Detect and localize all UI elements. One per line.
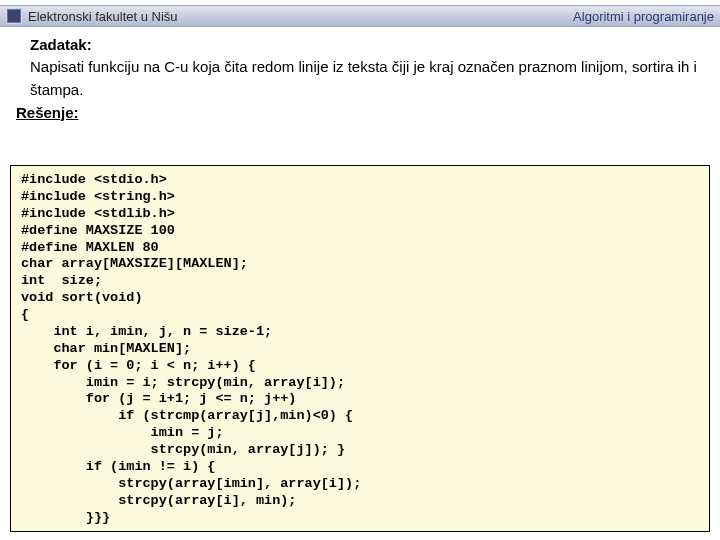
slide: Elektronski fakultet u Nišu Algoritmi i … [0, 0, 720, 540]
header-left: Elektronski fakultet u Nišu [6, 8, 178, 24]
task-body: Napisati funkciju na C-u koja čita redom… [30, 55, 708, 102]
header-bar: Elektronski fakultet u Nišu Algoritmi i … [0, 5, 720, 27]
content-area: Zadatak: Napisati funkciju na C-u koja č… [30, 34, 708, 125]
solution-title: Rešenje: [16, 104, 708, 121]
course-name: Algoritmi i programiranje [573, 9, 714, 24]
institution-name: Elektronski fakultet u Nišu [28, 9, 178, 24]
code-text: #include <stdio.h> #include <string.h> #… [21, 172, 699, 526]
code-block: #include <stdio.h> #include <string.h> #… [10, 165, 710, 532]
logo-box-icon [6, 8, 22, 24]
task-title: Zadatak: [30, 36, 708, 53]
